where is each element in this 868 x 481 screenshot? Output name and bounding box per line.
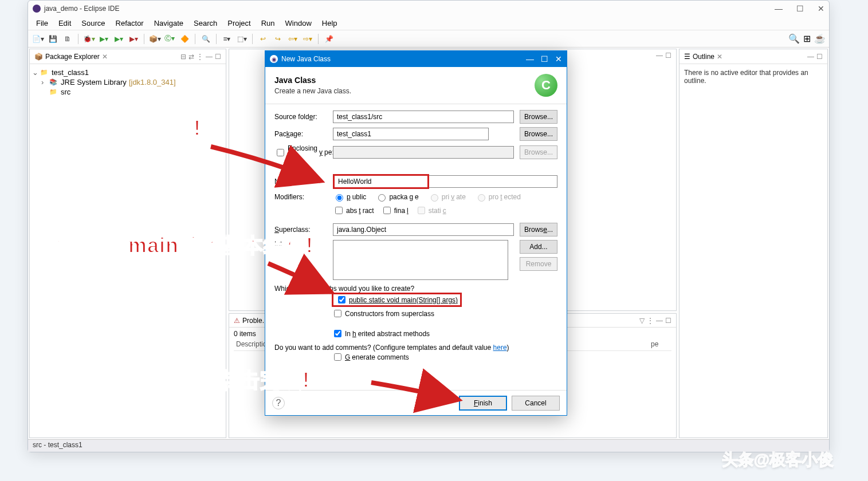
package-tree[interactable]: ⌄ 📁 test_class1 › 📚 JRE System Library […: [30, 64, 226, 100]
menu-search[interactable]: Search: [189, 18, 222, 29]
menu-refactor[interactable]: Refactor: [111, 18, 148, 29]
pin-editor-icon[interactable]: 📌: [323, 33, 335, 45]
menu-edit[interactable]: Edit: [54, 18, 76, 29]
maximize-icon[interactable]: ☐: [541, 54, 548, 64]
search-icon[interactable]: 🔍: [199, 33, 212, 45]
class-wizard-icon: C: [535, 74, 557, 97]
modifier-package[interactable]: package: [375, 192, 418, 202]
collapse-all-icon[interactable]: ⊟: [180, 53, 186, 61]
minimize-view-icon[interactable]: —: [206, 53, 213, 61]
dialog-titlebar: ◉ New Java Class — ☐ ✕: [265, 51, 567, 67]
menu-help[interactable]: Help: [317, 18, 342, 29]
nav-back-icon[interactable]: ⇦▾: [286, 33, 299, 45]
toggle-breadcrumb-icon[interactable]: ≡▾: [221, 33, 233, 45]
close-tab-icon[interactable]: ✕: [717, 53, 722, 61]
view-menu-icon[interactable]: ⋮: [647, 317, 654, 325]
minimize-view-icon[interactable]: —: [807, 53, 814, 61]
add-interface-button[interactable]: Add...: [520, 240, 557, 254]
package-icon: 📦: [34, 53, 43, 61]
minimize-view-icon[interactable]: —: [656, 317, 663, 325]
debug-button[interactable]: 🐞▾: [83, 33, 95, 45]
quick-access-icon[interactable]: 🔍: [788, 33, 800, 44]
link-editor-icon[interactable]: ⇄: [188, 53, 194, 61]
close-icon[interactable]: ✕: [555, 54, 562, 64]
modifier-abstract[interactable]: abstract: [333, 205, 374, 216]
menu-file[interactable]: File: [32, 18, 53, 29]
browse-package-button[interactable]: Browse...: [520, 127, 557, 141]
perspective-icon[interactable]: ⊞: [803, 33, 811, 44]
source-folder-input[interactable]: [333, 111, 514, 123]
minimize-view-icon[interactable]: —: [656, 52, 663, 60]
minimize-icon[interactable]: —: [775, 4, 783, 13]
stub-main-checkbox[interactable]: public static void main(String[] args): [332, 293, 462, 307]
stub-inherited-checkbox[interactable]: Inherited abstract methods: [332, 328, 557, 339]
view-menu-icon[interactable]: ⋮: [197, 53, 203, 61]
eclipse-icon: [33, 5, 41, 13]
name-input-extra[interactable]: [429, 175, 557, 188]
maximize-view-icon[interactable]: ☐: [215, 53, 221, 61]
problems-tab-label: Proble...: [242, 317, 268, 325]
tree-jre-row[interactable]: › 📚 JRE System Library [jdk1.8.0_341]: [32, 77, 223, 87]
tree-src-row[interactable]: 📁 src: [32, 87, 223, 97]
coverage-button[interactable]: ▶▾: [112, 33, 125, 45]
run-button[interactable]: ▶▾: [97, 33, 110, 45]
minimize-icon[interactable]: —: [526, 54, 534, 64]
modifier-public[interactable]: public: [333, 192, 366, 202]
stub-constructors-checkbox[interactable]: Constructors from superclass: [332, 308, 557, 319]
window-title: java_demo - Eclipse IDE: [44, 5, 119, 13]
new-package-icon[interactable]: 📦▾: [148, 33, 161, 45]
help-icon[interactable]: ?: [272, 397, 285, 409]
tree-project-label: test_class1: [52, 68, 89, 77]
problems-col-type[interactable]: pe: [649, 338, 671, 350]
finish-button[interactable]: Finish: [459, 396, 507, 411]
package-label: Package:: [274, 130, 333, 138]
nav-forward-icon[interactable]: ⇨▾: [301, 33, 314, 45]
menu-source[interactable]: Source: [77, 18, 109, 29]
maximize-view-icon[interactable]: ☐: [816, 53, 823, 61]
package-explorer-tab[interactable]: 📦 Package Explorer ✕ ⊟ ⇄ ⋮ — ☐: [30, 49, 226, 64]
menu-project[interactable]: Project: [223, 18, 255, 29]
forward-arrow-icon[interactable]: ↪: [272, 33, 284, 45]
external-tools-button[interactable]: ▶▾: [127, 33, 140, 45]
cancel-button[interactable]: Cancel: [512, 396, 560, 411]
new-class-icon[interactable]: Ⓒ▾: [163, 33, 176, 45]
tree-project-row[interactable]: ⌄ 📁 test_class1: [32, 68, 223, 77]
expand-icon[interactable]: ⌄: [32, 68, 40, 77]
filter-icon[interactable]: ▽: [639, 317, 645, 325]
interfaces-list[interactable]: [333, 240, 508, 280]
browse-source-button[interactable]: Browse...: [520, 110, 557, 124]
outline-panel: ☰ Outline ✕ — ☐ There is no active edito…: [679, 49, 828, 438]
maximize-view-icon[interactable]: ☐: [665, 317, 671, 325]
outline-tab[interactable]: ☰ Outline ✕ — ☐: [680, 49, 827, 64]
maximize-icon[interactable]: ☐: [796, 4, 804, 13]
toolbar-right: 🔍 ⊞ ☕: [788, 33, 826, 44]
maximize-view-icon[interactable]: ☐: [665, 52, 671, 60]
close-tab-icon[interactable]: ✕: [102, 53, 108, 61]
java-perspective-icon[interactable]: ☕: [814, 33, 826, 44]
dialog-title-text: New Java Class: [281, 55, 331, 63]
close-icon[interactable]: ✕: [818, 4, 824, 13]
menu-window[interactable]: Window: [281, 18, 316, 29]
back-arrow-icon[interactable]: ↩: [257, 33, 269, 45]
name-input[interactable]: [333, 174, 429, 189]
tree-src-label: src: [61, 88, 70, 96]
outline-title: Outline: [693, 53, 714, 61]
menu-navigate[interactable]: Navigate: [150, 18, 188, 29]
modifier-final[interactable]: final: [381, 205, 409, 216]
generate-comments-checkbox[interactable]: Generate comments: [332, 352, 557, 362]
new-button[interactable]: 📄▾: [32, 33, 44, 45]
window-controls: — ☐ ✕: [775, 4, 824, 13]
save-all-button[interactable]: 🗎: [61, 33, 74, 45]
toggle-mark-icon[interactable]: ⬚▾: [235, 33, 248, 45]
menu-run[interactable]: Run: [257, 18, 280, 29]
save-button[interactable]: 💾: [46, 33, 59, 45]
open-type-icon[interactable]: 🔶: [178, 33, 191, 45]
annotation-main: 帮你生成main函数基本结构!: [44, 232, 313, 260]
here-link[interactable]: here: [493, 344, 507, 352]
package-input[interactable]: [333, 128, 489, 140]
library-icon: 📚: [49, 78, 58, 86]
superclass-input[interactable]: [333, 223, 514, 236]
expand-icon[interactable]: ›: [41, 78, 49, 86]
arrow-to-main: [264, 259, 338, 299]
browse-superclass-button[interactable]: Browse...: [520, 223, 557, 236]
